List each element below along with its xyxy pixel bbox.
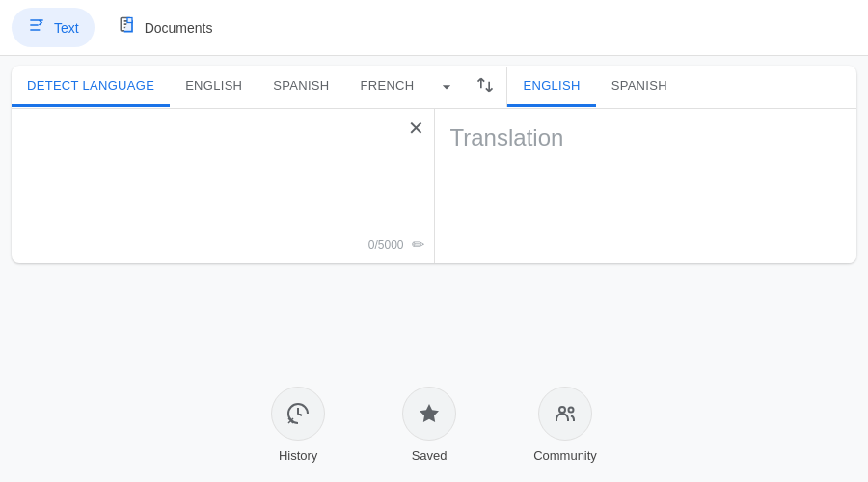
text-tab-icon [27, 15, 46, 40]
clear-button[interactable]: ✕ [408, 119, 424, 138]
translation-output: Translation [450, 124, 564, 150]
saved-label: Saved [412, 448, 448, 463]
source-english-tab[interactable]: ENGLISH [170, 67, 258, 107]
target-panel: Translation [435, 109, 857, 263]
source-lang-tabs: DETECT LANGUAGE ENGLISH SPANISH FRENCH [12, 66, 464, 108]
community-label: Community [533, 448, 597, 463]
swap-languages-button[interactable] [464, 67, 506, 107]
source-spanish-tab[interactable]: SPANISH [258, 67, 344, 107]
translation-panels: ✕ 0/5000 ✏ Translation [12, 109, 856, 263]
top-bar: Text Documents [0, 0, 868, 56]
svg-point-3 [559, 407, 565, 413]
history-icon-circle [271, 387, 325, 441]
svg-point-4 [569, 408, 574, 413]
text-tab[interactable]: Text [12, 8, 95, 47]
target-lang-tabs: ENGLISH SPANISH [506, 67, 856, 107]
bottom-navigation: History Saved Community [0, 387, 868, 463]
source-panel: ✕ 0/5000 ✏ [12, 109, 434, 263]
source-panel-footer: 0/5000 ✏ [368, 235, 424, 254]
more-languages-button[interactable] [429, 66, 464, 108]
translator-card: DETECT LANGUAGE ENGLISH SPANISH FRENCH E… [12, 66, 856, 263]
saved-item[interactable]: Saved [402, 387, 456, 463]
language-tabs: DETECT LANGUAGE ENGLISH SPANISH FRENCH E… [12, 66, 856, 109]
char-count: 0/5000 [368, 238, 404, 252]
svg-marker-2 [420, 404, 439, 422]
community-icon-circle [538, 387, 592, 441]
history-label: History [279, 448, 317, 463]
svg-rect-1 [127, 18, 132, 23]
documents-tab-label: Documents [145, 20, 213, 36]
history-item[interactable]: History [271, 387, 325, 463]
edit-icon[interactable]: ✏ [412, 235, 424, 254]
target-spanish-tab[interactable]: SPANISH [596, 67, 683, 107]
documents-tab[interactable]: Documents [102, 8, 229, 47]
detect-language-tab[interactable]: DETECT LANGUAGE [12, 67, 170, 107]
saved-icon-circle [402, 387, 456, 441]
target-english-tab[interactable]: ENGLISH [507, 67, 595, 107]
community-item[interactable]: Community [533, 387, 597, 463]
documents-tab-icon [118, 15, 137, 40]
source-french-tab[interactable]: FRENCH [345, 67, 430, 107]
text-tab-label: Text [54, 20, 79, 36]
source-textarea[interactable] [27, 124, 419, 248]
